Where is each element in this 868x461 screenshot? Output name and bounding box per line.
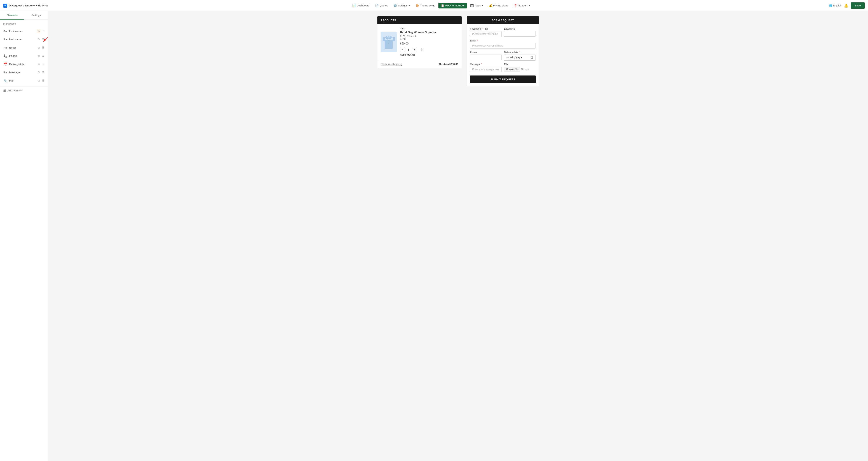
nav-apps[interactable]: 🔲 Apps ▾ <box>468 3 486 8</box>
nav-rfq-formbuilder[interactable]: 📋 RFQ formbuilder <box>438 3 467 8</box>
form-group-last-name: Last name <box>504 27 536 37</box>
tab-settings[interactable]: Settings <box>24 11 48 20</box>
sidebar-item-phone[interactable]: 📞 Phone ⧉ ⠿ <box>0 52 48 60</box>
form-body: First name * ? Last name <box>467 24 539 87</box>
quotes-icon: 📄 <box>375 4 378 7</box>
email-drag-icon[interactable]: ⠿ <box>41 46 45 50</box>
last-name-field-label: Last name <box>504 27 536 30</box>
qty-increase-button[interactable]: + <box>412 47 417 52</box>
tab-elements[interactable]: Elements <box>0 11 24 20</box>
submit-request-button[interactable]: SUBMIT REQUEST <box>470 75 536 83</box>
first-name-field-label: First name * ? <box>470 27 502 30</box>
first-name-required: * <box>483 27 484 30</box>
file-duplicate-icon[interactable]: ⧉ <box>37 78 40 83</box>
app-logo: G G:Request a Quote + Hide Price <box>3 4 48 8</box>
file-actions: ⧉ ⠿ <box>37 78 45 83</box>
nav-theme-setup[interactable]: 🎨 Theme setup <box>413 3 438 8</box>
notification-icon[interactable]: 🔔 <box>844 3 848 8</box>
continue-shopping-link[interactable]: Continue shopping <box>381 63 402 66</box>
email-required: * <box>477 39 478 42</box>
products-header: PRODUCTS <box>377 16 462 24</box>
file-input-group: Choose File No ...en <box>504 67 536 71</box>
message-input[interactable] <box>470 67 502 72</box>
add-element-icon: ⊞ <box>3 89 6 92</box>
form-group-phone: Phone <box>470 51 502 61</box>
first-name-icon: Aa <box>3 30 7 33</box>
last-name-input[interactable] <box>504 31 536 37</box>
form-row-message-file: Message * File Choose File No ...en <box>470 63 536 72</box>
elements-section-label: ELEMENTS <box>0 20 48 27</box>
sidebar-item-email[interactable]: Aa Email ⧉ ⠿ <box>0 43 48 52</box>
sidebar-item-message[interactable]: Aa Message ⧉ ⠿ <box>0 68 48 76</box>
message-duplicate-icon[interactable]: ⧉ <box>37 70 40 74</box>
qty-value: 1 <box>406 48 410 51</box>
email-duplicate-icon[interactable]: ⧉ <box>37 45 40 50</box>
support-chevron: ▾ <box>529 4 530 7</box>
save-button[interactable]: Save <box>851 2 865 9</box>
product-info: NIKE Hand Bag Woman Summer XL*XL*XL / Đỏ… <box>400 27 458 57</box>
first-name-drag-icon[interactable]: ⠿ <box>41 29 45 33</box>
file-label: File <box>9 79 35 82</box>
file-drag-icon[interactable]: ⠿ <box>41 79 45 83</box>
message-actions: ⧉ ⠿ <box>37 70 45 74</box>
last-name-icon: Aa <box>3 38 7 41</box>
message-field-label: Message * <box>470 63 502 66</box>
form-group-message: Message * <box>470 63 502 72</box>
delivery-date-label: Delivery date <box>9 63 35 66</box>
nav-quotes[interactable]: 📄 Quotes <box>373 3 390 8</box>
delete-product-button[interactable]: 🗑 <box>420 48 423 51</box>
language-selector[interactable]: 🌐 English <box>829 4 842 7</box>
email-input[interactable] <box>470 43 536 48</box>
email-icon: Aa <box>3 46 7 49</box>
delivery-date-actions: ⧉ ⠿ <box>37 62 45 66</box>
form-group-file: File Choose File No ...en <box>504 63 536 72</box>
last-name-duplicate-icon[interactable]: ⧉ <box>37 37 40 41</box>
delivery-date-field-label: Delivery date * <box>504 51 536 54</box>
svg-marker-2 <box>383 37 385 41</box>
phone-label: Phone <box>9 54 35 57</box>
sidebar-item-delivery-date[interactable]: 📅 Delivery date ⧉ ⠿ <box>0 60 48 68</box>
first-name-help-icon[interactable]: ? <box>485 28 488 30</box>
message-required: * <box>481 63 482 66</box>
choose-file-button[interactable]: Choose File <box>504 67 520 71</box>
product-name: Hand Bag Woman Summer <box>400 31 458 34</box>
sidebar-item-last-name[interactable]: Aa Last name ⧉ ⠿ <box>0 35 48 43</box>
delivery-date-drag-icon[interactable]: ⠿ <box>41 62 45 66</box>
apps-chevron: ▾ <box>482 4 483 7</box>
form-group-first-name: First name * ? <box>470 27 502 37</box>
content-area: PRODUCTS <box>48 11 868 461</box>
delivery-date-input[interactable] <box>504 55 536 61</box>
phone-drag-icon[interactable]: ⠿ <box>41 54 45 58</box>
nav-dashboard[interactable]: 📊 Dashboard <box>350 3 372 8</box>
last-name-actions: ⧉ ⠿ <box>37 37 45 41</box>
support-icon: ❓ <box>514 4 517 7</box>
products-panel: PRODUCTS <box>377 16 462 68</box>
first-name-input[interactable] <box>470 31 502 37</box>
delivery-date-duplicate-icon[interactable]: ⧉ <box>37 62 40 66</box>
form-row-name: First name * ? Last name <box>470 27 536 37</box>
phone-input[interactable] <box>470 55 502 60</box>
theme-icon: 🎨 <box>415 4 419 7</box>
phone-field-label: Phone <box>470 51 502 54</box>
delivery-date-icon: 📅 <box>3 62 7 66</box>
sidebar-item-first-name[interactable]: Aa First name ⧉ ⠿ <box>0 27 48 35</box>
first-name-duplicate-icon[interactable]: ⧉ <box>37 29 40 33</box>
message-label: Message <box>9 71 35 74</box>
nav-settings[interactable]: ⚙️ Settings ▾ <box>391 3 412 8</box>
logo-icon: G <box>3 4 7 8</box>
products-footer: Continue shopping Subtotal €50.00 <box>377 60 462 68</box>
phone-actions: ⧉ ⠿ <box>37 54 45 58</box>
add-element-button[interactable]: ⊞ Add element <box>0 86 48 94</box>
message-drag-icon[interactable]: ⠿ <box>41 70 45 74</box>
svg-point-7 <box>389 40 389 41</box>
nav-pricing-plans[interactable]: 💰 Pricing plans <box>486 3 510 8</box>
form-group-email: Email * <box>470 39 536 48</box>
topbar: G G:Request a Quote + Hide Price 📊 Dashb… <box>0 0 868 11</box>
nav-support[interactable]: ❓ Support ▾ <box>512 3 532 8</box>
last-name-drag-icon[interactable]: ⠿ <box>41 37 45 41</box>
sidebar-item-file[interactable]: 📎 File ⧉ ⠿ <box>0 76 48 85</box>
qty-decrease-button[interactable]: − <box>400 47 405 52</box>
phone-duplicate-icon[interactable]: ⧉ <box>37 54 40 58</box>
main-layout: Elements Settings ELEMENTS Click this ic… <box>0 11 868 461</box>
product-image <box>381 32 397 52</box>
